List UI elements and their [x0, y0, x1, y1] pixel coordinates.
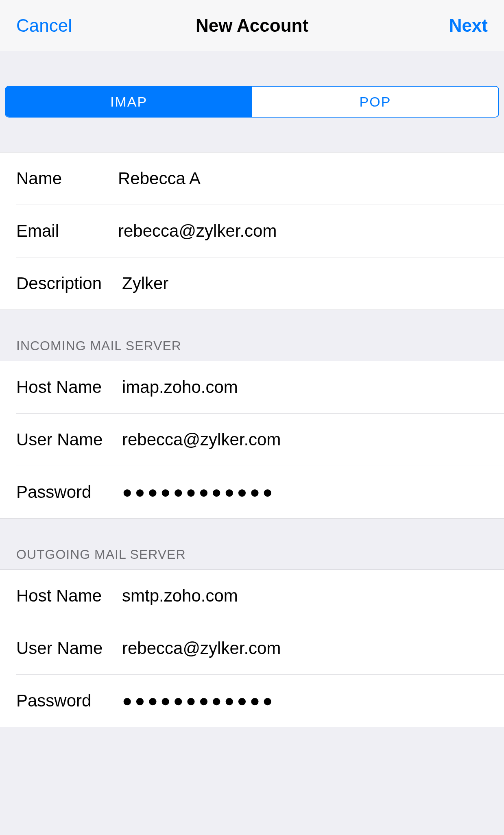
outgoing-user-row: User Name: [0, 622, 504, 674]
segmented-control-wrap: IMAP POP: [0, 78, 504, 126]
incoming-user-label: User Name: [16, 430, 122, 449]
outgoing-user-input[interactable]: [122, 639, 488, 658]
outgoing-group: Host Name User Name Password ●●●●●●●●●●●…: [0, 569, 504, 727]
name-row: Name: [0, 153, 504, 205]
email-row: Email: [0, 205, 504, 257]
description-row: Description: [0, 257, 504, 310]
name-input[interactable]: [118, 169, 488, 188]
navbar: Cancel New Account Next: [0, 0, 504, 51]
incoming-password-label: Password: [16, 482, 122, 502]
outgoing-password-row: Password ●●●●●●●●●●●●: [0, 675, 504, 727]
incoming-user-input[interactable]: [122, 430, 488, 449]
bottom-space: [0, 727, 504, 835]
incoming-header: INCOMING MAIL SERVER: [0, 310, 504, 361]
email-input[interactable]: [118, 221, 488, 241]
incoming-password-row: Password ●●●●●●●●●●●●: [0, 466, 504, 518]
outgoing-host-input[interactable]: [122, 586, 488, 606]
next-button[interactable]: Next: [449, 15, 488, 36]
outgoing-password-input[interactable]: ●●●●●●●●●●●●: [122, 692, 488, 709]
outgoing-user-label: User Name: [16, 639, 122, 658]
outgoing-password-label: Password: [16, 691, 122, 711]
segment-imap[interactable]: IMAP: [6, 87, 252, 117]
outgoing-header: OUTGOING MAIL SERVER: [0, 519, 504, 569]
description-input[interactable]: [122, 274, 488, 293]
segmented-control: IMAP POP: [5, 86, 499, 118]
spacer: [0, 126, 504, 152]
segment-pop[interactable]: POP: [252, 87, 498, 117]
account-group: Name Email Description: [0, 152, 504, 310]
page-title: New Account: [196, 15, 308, 36]
email-label: Email: [16, 221, 118, 241]
incoming-host-row: Host Name: [0, 361, 504, 413]
incoming-group: Host Name User Name Password ●●●●●●●●●●●…: [0, 361, 504, 519]
cancel-button[interactable]: Cancel: [16, 15, 72, 36]
spacer: [0, 51, 504, 78]
outgoing-host-row: Host Name: [0, 570, 504, 622]
incoming-host-input[interactable]: [122, 377, 488, 397]
incoming-host-label: Host Name: [16, 377, 122, 397]
outgoing-host-label: Host Name: [16, 586, 122, 606]
incoming-password-input[interactable]: ●●●●●●●●●●●●: [122, 484, 488, 501]
description-label: Description: [16, 274, 122, 293]
name-label: Name: [16, 169, 118, 188]
incoming-user-row: User Name: [0, 414, 504, 466]
